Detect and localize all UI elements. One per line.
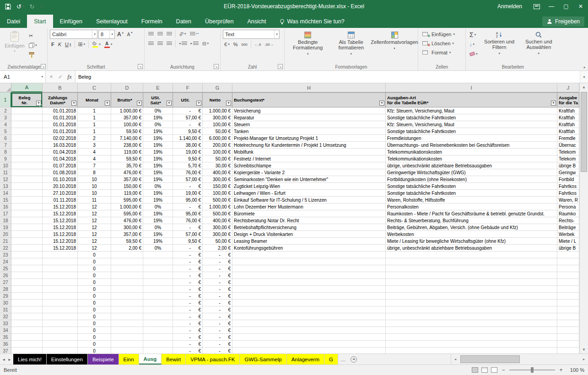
cell-a35[interactable] bbox=[11, 334, 43, 341]
cell-a14[interactable] bbox=[11, 190, 43, 197]
decrease-font-button[interactable]: A▾ bbox=[126, 30, 134, 38]
cell-g8[interactable]: 100,00 € bbox=[203, 149, 232, 155]
cell-c6[interactable]: 2 bbox=[78, 135, 111, 142]
ribbon-tab-überprüfen[interactable]: Überprüfen bbox=[198, 15, 241, 28]
column-header-b[interactable]: B bbox=[43, 83, 78, 92]
cell-c18[interactable]: 12 bbox=[78, 217, 111, 224]
cell-i24[interactable] bbox=[386, 258, 557, 265]
save-button[interactable] bbox=[3, 1, 13, 11]
find-select-button[interactable]: Suchen und Auswählen ▾ bbox=[520, 30, 558, 63]
cell-e25[interactable] bbox=[143, 265, 173, 272]
underline-button[interactable]: U▾ bbox=[64, 40, 72, 48]
cell-h14[interactable]: Leihwagen / Wien - Erfurt bbox=[232, 190, 386, 197]
cell-d23[interactable] bbox=[111, 252, 143, 258]
row-number-31[interactable]: 31 bbox=[0, 306, 11, 313]
row-number-9[interactable]: 9 bbox=[0, 155, 11, 162]
cell-c8[interactable]: 4 bbox=[78, 149, 111, 155]
cell-g33[interactable]: - € bbox=[203, 320, 232, 327]
cell-j31[interactable] bbox=[557, 306, 579, 313]
ribbon-tab-ansicht[interactable]: Ansicht bbox=[241, 15, 273, 28]
cell-e22[interactable]: 0% bbox=[143, 245, 173, 252]
cell-b18[interactable]: 15.12.2018 bbox=[43, 217, 78, 224]
cell-i33[interactable] bbox=[386, 320, 557, 327]
header-cell-a1[interactable]: BelegNr.▼ bbox=[11, 92, 43, 107]
cell-e26[interactable] bbox=[143, 272, 173, 279]
cell-f11[interactable]: 76,00 € bbox=[173, 169, 203, 176]
cell-d30[interactable] bbox=[111, 300, 143, 306]
cell-c5[interactable]: 1 bbox=[78, 128, 111, 135]
vertical-scroll-track[interactable] bbox=[580, 91, 588, 346]
cell-f7[interactable]: 38,00 € bbox=[173, 142, 203, 149]
cell-b7[interactable]: 16.03.2018 bbox=[43, 142, 78, 149]
cell-b36[interactable] bbox=[43, 341, 78, 348]
cell-c24[interactable]: 0 bbox=[78, 258, 111, 265]
minimize-button[interactable]: — bbox=[544, 0, 559, 13]
cell-a34[interactable] bbox=[11, 327, 43, 334]
row-number-4[interactable]: 4 bbox=[0, 121, 11, 128]
cell-h33[interactable] bbox=[232, 320, 386, 327]
cell-i26[interactable] bbox=[386, 272, 557, 279]
cell-b3[interactable]: 01.01.2018 bbox=[43, 114, 78, 121]
cell-c31[interactable]: 0 bbox=[78, 306, 111, 313]
ribbon-tab-formeln[interactable]: Formeln bbox=[135, 15, 169, 28]
filter-dropdown-i[interactable]: ▼ bbox=[551, 101, 556, 106]
cell-j27[interactable] bbox=[557, 279, 579, 286]
cell-a15[interactable] bbox=[11, 197, 43, 204]
row-number-15[interactable]: 15 bbox=[0, 197, 11, 204]
header-cell-e1[interactable]: USt.Satz*▼ bbox=[143, 92, 173, 107]
cell-f34[interactable]: - € bbox=[173, 327, 203, 334]
cell-a18[interactable] bbox=[11, 217, 43, 224]
cell-h19[interactable]: Betriebshaftpflichtversicherung bbox=[232, 224, 386, 231]
cell-c4[interactable]: 1 bbox=[78, 121, 111, 128]
cell-c7[interactable]: 3 bbox=[78, 142, 111, 149]
cell-f24[interactable]: - € bbox=[173, 258, 203, 265]
cell-g25[interactable]: - € bbox=[203, 265, 232, 272]
cell-c27[interactable]: 0 bbox=[78, 279, 111, 286]
fill-button[interactable]: ↓▾ bbox=[468, 40, 479, 48]
cell-h26[interactable] bbox=[232, 272, 386, 279]
cell-styles-button[interactable]: Zellenformatvorlagen ▾ bbox=[373, 30, 415, 63]
cell-g6[interactable]: 6.000,00 € bbox=[203, 135, 232, 142]
sheet-tab-anlageverm[interactable]: Anlageverm bbox=[287, 354, 324, 364]
cell-a26[interactable] bbox=[11, 272, 43, 279]
cell-h4[interactable]: Steuern bbox=[232, 121, 386, 128]
cell-c19[interactable]: 12 bbox=[78, 224, 111, 231]
cell-c28[interactable]: 0 bbox=[78, 286, 111, 293]
cell-j18[interactable]: Rechts- bbox=[557, 217, 579, 224]
cell-c16[interactable]: 12 bbox=[78, 204, 111, 210]
cell-j37[interactable] bbox=[557, 348, 579, 354]
ribbon-tab-datei[interactable]: Datei bbox=[0, 15, 27, 28]
cell-f31[interactable]: - € bbox=[173, 306, 203, 313]
cell-h21[interactable]: Leasing Beamer bbox=[232, 238, 386, 245]
cell-c3[interactable]: 1 bbox=[78, 114, 111, 121]
cell-b29[interactable] bbox=[43, 293, 78, 300]
cell-g4[interactable]: 100,00 € bbox=[203, 121, 232, 128]
column-header-g[interactable]: G bbox=[203, 83, 232, 92]
cell-j17[interactable]: Raumko bbox=[557, 210, 579, 217]
cell-c15[interactable]: 11 bbox=[78, 197, 111, 204]
cell-f28[interactable]: - € bbox=[173, 286, 203, 293]
cell-g26[interactable]: - € bbox=[203, 272, 232, 279]
filter-dropdown-e[interactable]: ▼ bbox=[167, 101, 172, 106]
cell-e13[interactable]: 0% bbox=[143, 183, 173, 190]
cell-c17[interactable]: 12 bbox=[78, 210, 111, 217]
cell-f21[interactable]: 9,50 € bbox=[173, 238, 203, 245]
sheet-tab-einstellungen[interactable]: Einstellungen bbox=[47, 354, 88, 364]
cell-c34[interactable]: 0 bbox=[78, 327, 111, 334]
zoom-level-label[interactable]: 100 % bbox=[567, 367, 584, 373]
cell-b9[interactable]: 01.04.2018 bbox=[43, 155, 78, 162]
font-size-select[interactable]: 8▾ bbox=[98, 30, 115, 39]
cell-a2[interactable] bbox=[11, 107, 43, 114]
cell-f22[interactable]: - € bbox=[173, 245, 203, 252]
cell-f27[interactable]: - € bbox=[173, 279, 203, 286]
cell-h31[interactable] bbox=[232, 306, 386, 313]
cell-b17[interactable]: 15.12.2018 bbox=[43, 210, 78, 217]
cell-i20[interactable]: Werbekosten bbox=[386, 231, 557, 238]
cell-d17[interactable]: 595,00 € bbox=[111, 210, 143, 217]
cell-d13[interactable]: 150,00 € bbox=[111, 183, 143, 190]
cell-b32[interactable] bbox=[43, 313, 78, 320]
cell-h23[interactable] bbox=[232, 252, 386, 258]
align-center-button[interactable] bbox=[156, 39, 164, 48]
cell-f5[interactable]: 9,50 € bbox=[173, 128, 203, 135]
align-top-button[interactable] bbox=[147, 30, 155, 38]
